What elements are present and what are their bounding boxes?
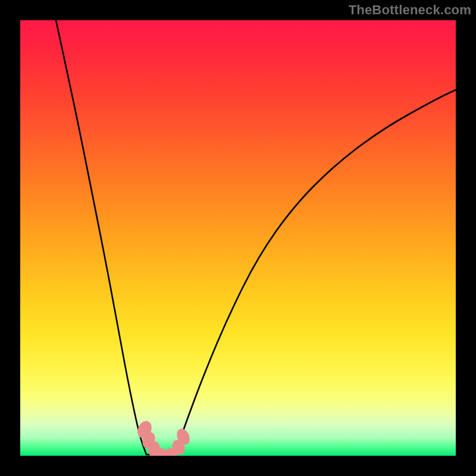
watermark-text: TheBottleneck.com xyxy=(349,2,471,18)
bottleneck-curve xyxy=(56,20,456,455)
plot-area xyxy=(20,20,456,456)
chart-stage: TheBottleneck.com xyxy=(0,0,476,476)
curve-markers xyxy=(135,419,192,456)
curve-svg xyxy=(20,20,456,456)
